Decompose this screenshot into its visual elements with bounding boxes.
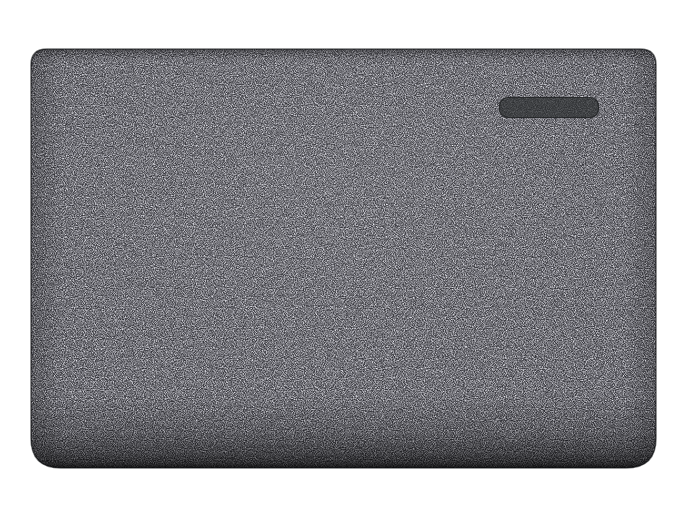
mat-top-edge-shade [31, 49, 656, 61]
logo-plate-texture [499, 97, 599, 118]
product-photo-frame [0, 0, 683, 517]
mat-bottom-bevel-shadow [31, 396, 656, 468]
logo-plate-texture-group [499, 97, 599, 118]
mat [31, 49, 656, 468]
product-photo [0, 0, 683, 517]
